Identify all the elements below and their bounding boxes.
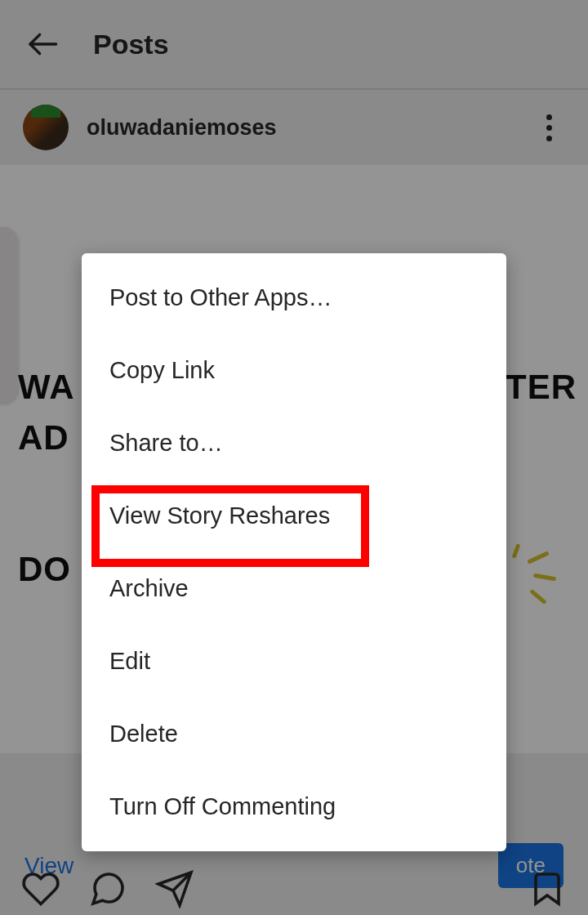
- menu-item-archive[interactable]: Archive: [82, 552, 506, 625]
- menu-item-copy-link[interactable]: Copy Link: [82, 334, 506, 407]
- options-dialog: Post to Other Apps… Copy Link Share to… …: [82, 253, 506, 851]
- menu-item-share-to[interactable]: Share to…: [82, 407, 506, 480]
- menu-item-view-story-reshares[interactable]: View Story Reshares: [82, 480, 506, 552]
- menu-item-turn-off-commenting[interactable]: Turn Off Commenting: [82, 770, 506, 843]
- menu-item-delete[interactable]: Delete: [82, 698, 506, 770]
- menu-item-post-other-apps[interactable]: Post to Other Apps…: [82, 261, 506, 334]
- menu-item-edit[interactable]: Edit: [82, 625, 506, 698]
